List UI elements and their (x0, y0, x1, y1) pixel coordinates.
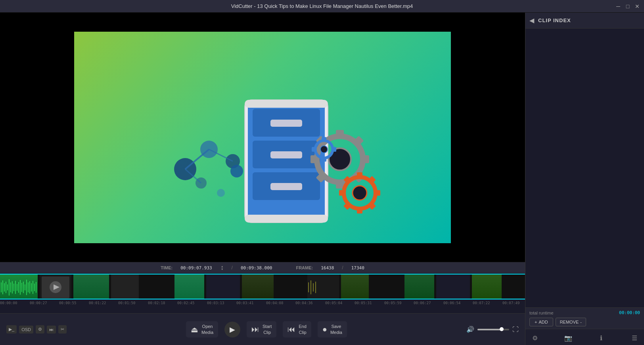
svg-rect-32 (322, 158, 326, 162)
end-clip-label: EndClip (299, 324, 307, 335)
svg-rect-48 (6, 282, 6, 293)
fullscreen-icon[interactable]: ⛶ (512, 326, 519, 333)
controls-right: 🔊 ⛶ (466, 326, 519, 333)
svg-rect-18 (245, 215, 328, 223)
timeline-segment-thumb[interactable] (40, 274, 71, 299)
svg-rect-50 (9, 279, 10, 295)
cut-icon: ✂ (61, 327, 64, 332)
timeline-segment-10[interactable] (371, 274, 402, 299)
volume-slider[interactable] (477, 329, 509, 330)
play-media-button[interactable]: ▶ (224, 322, 240, 337)
next-frame-button[interactable]: ⏭ (47, 326, 56, 334)
svg-rect-56 (18, 282, 19, 293)
add-clip-label: ADD (539, 320, 548, 324)
video-frame (74, 32, 451, 243)
timeline-container[interactable]: ⊞ 00:00:0000:00:2700:00:5500:01:2200:01:… (0, 274, 525, 313)
total-time: 00:09:38.000 (241, 265, 272, 271)
timeline-segment-12[interactable] (436, 274, 470, 299)
settings-icon[interactable]: ⚙ (529, 332, 540, 343)
svg-point-4 (217, 189, 225, 197)
clip-index-header: ◀ CLIP INDEX (525, 13, 644, 29)
timeline-segment-7[interactable] (276, 274, 305, 299)
ruler-mark: 00:00:55 (59, 301, 76, 305)
titlebar-controls[interactable]: ─ □ ✕ (615, 0, 641, 13)
volume-icon[interactable]: 🔊 (466, 326, 474, 333)
menu-icon[interactable]: ☰ (629, 332, 640, 343)
ruler-mark: 00:00:00 (0, 301, 17, 305)
camera-icon[interactable]: 📷 (563, 332, 574, 343)
time-down-arrow[interactable]: ▼ (221, 268, 224, 271)
timeline-segment-3[interactable] (141, 274, 172, 299)
controls-left: ▶_ OSD ⚙ ⏭ ✂ (6, 325, 67, 334)
time-stepper[interactable]: ▲ ▼ (221, 265, 224, 271)
titlebar: VidCutter - 13 Quick Tips to Make Linux … (0, 0, 644, 13)
svg-rect-16 (270, 183, 302, 190)
controls-bar: ▶_ OSD ⚙ ⏭ ✂ ⏏ OpenMedia (0, 313, 525, 345)
start-clip-button[interactable]: ⏭ StartClip (247, 321, 276, 337)
svg-rect-47 (4, 283, 5, 292)
svg-rect-62 (28, 282, 29, 292)
svg-point-8 (230, 165, 243, 177)
close-button[interactable]: ✕ (634, 3, 641, 10)
timeline-track[interactable]: ⊞ (0, 274, 525, 299)
time-up-arrow[interactable]: ▲ (221, 265, 224, 268)
end-clip-button[interactable]: ⏮ EndClip (283, 321, 311, 337)
svg-point-30 (320, 146, 328, 153)
maximize-button[interactable]: □ (624, 3, 631, 10)
timeline-segment-0[interactable] (0, 274, 38, 299)
timeline-segment-2[interactable] (111, 274, 139, 299)
time-label: TIME: (161, 265, 172, 270)
runtime-value: 00:00:00 (619, 310, 640, 315)
minimize-button[interactable]: ─ (615, 3, 622, 10)
info-icon[interactable]: ℹ (596, 332, 607, 343)
timeline-segment-8[interactable] (307, 274, 339, 299)
total-frames: 17340 (351, 265, 364, 271)
ruler-mark: 00:07:49 (502, 301, 519, 305)
clip-index-back-button[interactable]: ◀ (529, 17, 534, 24)
current-frame: 16438 (321, 265, 334, 271)
svg-rect-34 (312, 147, 316, 152)
cut-button[interactable]: ✂ (58, 325, 67, 334)
next-frame-icon: ⏭ (49, 327, 54, 332)
timeline-segment-9[interactable] (341, 274, 369, 299)
timeline-segment-14[interactable] (504, 274, 525, 299)
ruler-mark: 00:05:31 (355, 301, 372, 305)
svg-rect-66 (34, 284, 35, 291)
svg-rect-57 (20, 280, 21, 295)
svg-rect-21 (336, 130, 344, 137)
svg-rect-63 (29, 281, 30, 294)
svg-rect-53 (13, 284, 14, 291)
ruler-mark: 00:04:08 (266, 301, 283, 305)
clip-index-footer: total runtime 00:00:00 + ADD REMOVE - (525, 307, 644, 329)
timeline-segment-4[interactable] (174, 274, 204, 299)
remove-label: REMOVE (560, 320, 579, 324)
right-panel: ◀ CLIP INDEX total runtime 00:00:00 + AD… (525, 13, 644, 345)
svg-rect-74 (310, 280, 311, 294)
svg-rect-60 (25, 284, 25, 290)
runtime-label: total runtime (529, 311, 554, 315)
ruler-mark: 00:01:22 (89, 301, 106, 305)
svg-rect-33 (332, 147, 336, 152)
clip-index-body (525, 29, 644, 307)
time-separator: / (232, 265, 233, 271)
play-icon: ▶ (230, 325, 235, 334)
timeline-segment-13[interactable] (472, 274, 502, 299)
open-media-label: OpenMedia (201, 324, 213, 335)
remove-clip-button[interactable]: REMOVE - (556, 318, 586, 326)
osd-button[interactable]: OSD (19, 326, 33, 334)
timeline-segment-5[interactable] (206, 274, 240, 299)
add-remove-row: + ADD REMOVE - (529, 318, 640, 326)
svg-rect-72 (111, 274, 139, 299)
frame-separator: / (342, 265, 343, 271)
open-media-icon: ⏏ (191, 325, 198, 334)
video-area (0, 13, 525, 262)
save-media-button[interactable]: ● SaveMedia (318, 321, 347, 337)
timeline-segment-1[interactable] (73, 274, 109, 299)
add-clip-button[interactable]: + ADD (529, 318, 553, 326)
svg-rect-38 (357, 208, 362, 213)
timeline-segment-6[interactable] (242, 274, 274, 299)
settings-small-button[interactable]: ⚙ (36, 325, 44, 334)
terminal-button[interactable]: ▶_ (6, 325, 17, 334)
open-media-button[interactable]: ⏏ OpenMedia (186, 321, 218, 337)
timeline-segment-11[interactable] (404, 274, 434, 299)
